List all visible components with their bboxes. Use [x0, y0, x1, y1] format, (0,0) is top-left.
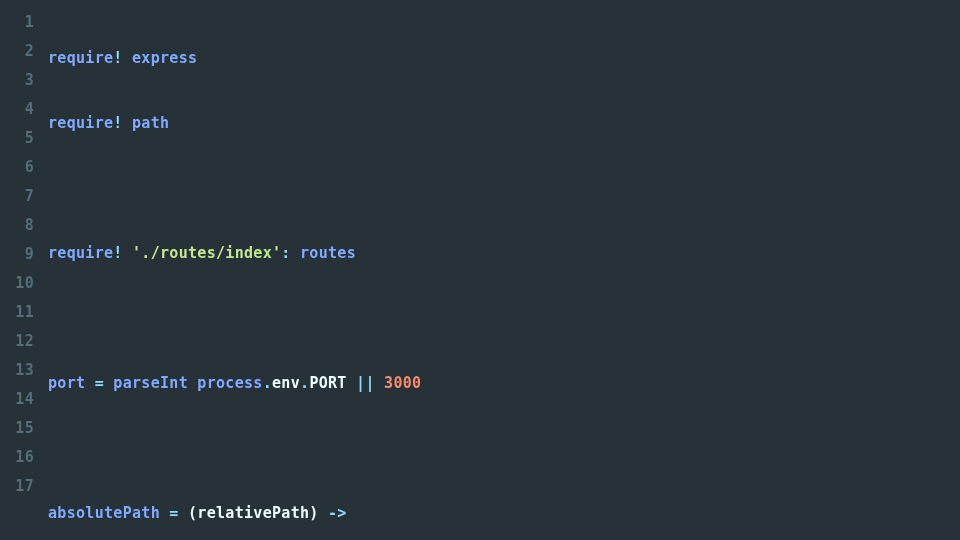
code-line[interactable]: require! './routes/index': routes	[48, 239, 960, 268]
line-number: 17	[0, 472, 34, 501]
code-line[interactable]: port = parseInt process.env.PORT || 3000	[48, 369, 960, 398]
code-line[interactable]: absolutePath = (relativePath) ->	[48, 499, 960, 528]
line-number: 6	[0, 153, 34, 182]
line-gutter: 1 2 3 4 5 6 7 8 9 10 11 12 13 14 15 16 1…	[0, 0, 48, 540]
line-number: 16	[0, 443, 34, 472]
line-number: 15	[0, 414, 34, 443]
line-number: 10	[0, 269, 34, 298]
line-number: 12	[0, 327, 34, 356]
code-line[interactable]	[48, 304, 960, 333]
line-number: 13	[0, 356, 34, 385]
line-number: 7	[0, 182, 34, 211]
code-area[interactable]: require! express require! path require! …	[48, 0, 960, 540]
line-number: 14	[0, 385, 34, 414]
code-line[interactable]	[48, 434, 960, 463]
line-number: 3	[0, 66, 34, 95]
line-number: 1	[0, 8, 34, 37]
code-line[interactable]: require! path	[48, 109, 960, 138]
line-number: 11	[0, 298, 34, 327]
code-editor[interactable]: 1 2 3 4 5 6 7 8 9 10 11 12 13 14 15 16 1…	[0, 0, 960, 540]
line-number: 5	[0, 124, 34, 153]
line-number: 9	[0, 240, 34, 269]
line-number: 4	[0, 95, 34, 124]
code-line[interactable]: require! express	[48, 44, 960, 73]
code-line[interactable]	[48, 174, 960, 203]
line-number: 2	[0, 37, 34, 66]
line-number: 8	[0, 211, 34, 240]
